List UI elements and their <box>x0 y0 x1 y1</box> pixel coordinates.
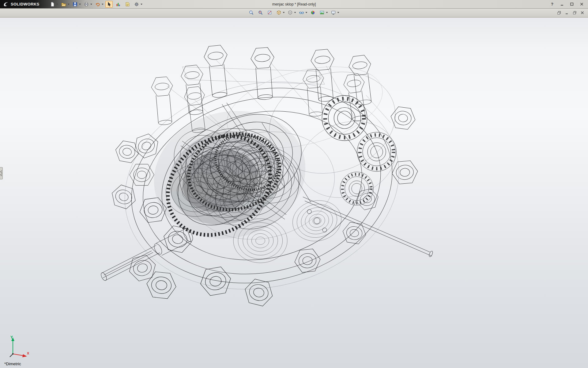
new-document-button[interactable] <box>49 1 56 8</box>
zoom-to-area-icon <box>258 10 263 15</box>
color-bars-icon <box>116 2 121 7</box>
open-folder-icon <box>61 2 66 7</box>
doc-cascade-button[interactable] <box>556 10 562 15</box>
dropdown-arrow-icon[interactable] <box>141 4 142 5</box>
properties-sheet-icon <box>125 2 130 7</box>
close-icon <box>580 2 583 6</box>
triad-x-label: X <box>27 351 29 355</box>
hide-show-items-button[interactable] <box>298 9 305 16</box>
dropdown-arrow-icon[interactable] <box>56 4 58 5</box>
view-orientation-button[interactable] <box>275 9 283 16</box>
heads-up-toolbar-row <box>0 9 588 17</box>
dropdown-arrow-icon[interactable] <box>337 12 339 13</box>
dropdown-arrow-icon[interactable] <box>90 4 92 5</box>
undo-button[interactable] <box>94 1 101 8</box>
edit-appearance-button[interactable] <box>309 9 317 16</box>
zoom-to-fit-icon <box>249 10 254 15</box>
chevron-left-icon <box>0 170 2 177</box>
main-toolbar <box>49 1 144 8</box>
select-cursor-icon <box>107 2 111 7</box>
view-settings-icon <box>331 10 336 15</box>
document-window-controls <box>556 10 585 15</box>
doc-minimize-icon <box>565 11 569 14</box>
document-properties-button[interactable] <box>124 1 131 8</box>
dropdown-arrow-icon[interactable] <box>283 12 285 13</box>
save-icon <box>73 2 77 7</box>
new-document-icon <box>50 2 55 7</box>
triad-y-label: Y <box>10 335 13 339</box>
print-icon <box>84 2 89 7</box>
dropdown-arrow-icon[interactable] <box>79 4 81 5</box>
section-view-icon <box>267 10 272 15</box>
window-controls: ? <box>548 1 586 7</box>
minimize-button[interactable] <box>558 1 566 7</box>
appearance-sphere-icon <box>311 10 315 15</box>
display-style-cube-icon <box>288 10 293 15</box>
save-button[interactable] <box>71 1 79 8</box>
display-style-button[interactable] <box>287 9 294 16</box>
apply-scene-button[interactable] <box>318 9 326 16</box>
solidworks-window: SOLIDWORKS <box>0 0 588 368</box>
select-button[interactable] <box>105 1 113 8</box>
heads-up-view-toolbar <box>248 9 341 16</box>
reference-triad: Y X <box>6 335 30 359</box>
zoom-to-area-button[interactable] <box>257 9 264 16</box>
section-view-button[interactable] <box>266 9 273 16</box>
doc-restore-button[interactable] <box>572 10 577 15</box>
dropdown-arrow-icon[interactable] <box>326 12 328 13</box>
scene-icon <box>320 10 325 15</box>
view-settings-button[interactable] <box>330 9 337 16</box>
panel-collapse-tab[interactable] <box>0 167 3 179</box>
minimize-icon <box>560 2 564 6</box>
glasses-icon <box>299 10 304 15</box>
maximize-icon <box>570 2 574 6</box>
help-button[interactable]: ? <box>548 1 556 7</box>
wireframe-svg <box>90 31 449 313</box>
view-cube-icon <box>277 10 281 15</box>
edit-color-button[interactable] <box>115 1 122 8</box>
options-button[interactable] <box>133 1 140 8</box>
dropdown-arrow-icon[interactable] <box>68 4 70 5</box>
brand-text: SOLIDWORKS <box>11 2 40 6</box>
zoom-to-fit-button[interactable] <box>248 9 255 16</box>
dropdown-arrow-icon[interactable] <box>306 12 307 13</box>
maximize-button[interactable] <box>568 1 576 7</box>
doc-restore-icon <box>573 11 576 14</box>
solidworks-logo-icon <box>3 2 9 7</box>
dropdown-arrow-icon[interactable] <box>102 4 104 5</box>
orientation-label: *Dimetric <box>4 362 21 366</box>
solidworks-brand: SOLIDWORKS <box>0 0 44 8</box>
doc-close-button[interactable] <box>579 10 585 15</box>
graphics-viewport[interactable]: Y X *Dimetric <box>0 18 588 368</box>
undo-icon <box>95 2 100 7</box>
doc-minimize-button[interactable] <box>564 10 570 15</box>
print-button[interactable] <box>83 1 90 8</box>
gear-icon <box>134 2 139 7</box>
open-button[interactable] <box>60 1 67 8</box>
title-bar: SOLIDWORKS <box>0 0 588 9</box>
dropdown-arrow-icon[interactable] <box>294 12 296 13</box>
model-wireframe <box>90 31 449 313</box>
close-button[interactable] <box>578 1 586 7</box>
window-title: menjac sklop * [Read-only] <box>272 2 316 6</box>
cascade-windows-icon <box>557 11 561 15</box>
doc-close-icon <box>581 11 584 14</box>
